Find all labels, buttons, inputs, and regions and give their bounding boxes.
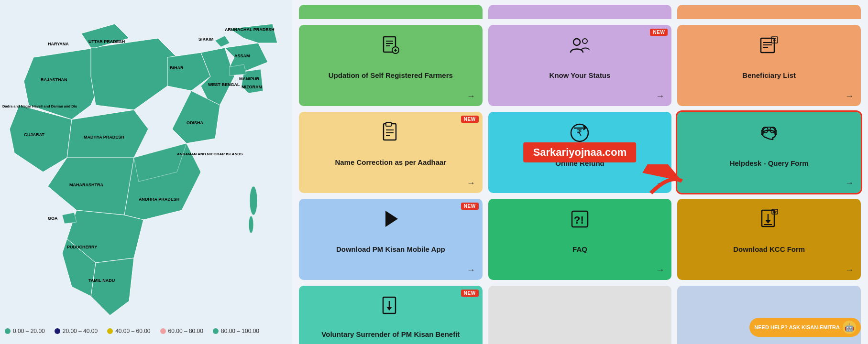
card-online-refund[interactable]: ₹ Online Refund → Sarkariyojnaa.com — [488, 112, 672, 193]
name-correction-icon — [380, 121, 401, 147]
svg-text:MAHARASHTRA: MAHARASHTRA — [69, 183, 103, 187]
svg-text:Dadra and Nagar Haveli and Dam: Dadra and Nagar Haveli and Daman and Diu — [2, 104, 77, 108]
svg-marker-14 — [62, 213, 77, 224]
svg-point-50 — [582, 39, 587, 43]
card-top-partial-2[interactable] — [488, 5, 672, 19]
svg-point-20 — [250, 186, 257, 215]
card-faq[interactable]: ?! FAQ → — [488, 199, 672, 280]
voluntary-title: Voluntary Surrender of PM Kisan Benefit — [321, 330, 460, 338]
card-beneficiary[interactable]: Beneficiary List → — [677, 25, 861, 106]
name-correction-new-badge: NEW — [461, 116, 479, 123]
svg-text:ASSAM: ASSAM — [234, 54, 250, 58]
card-top-partial-3[interactable] — [677, 5, 861, 19]
legend-label-1: 20.00 – 40.00 — [63, 328, 98, 334]
download-app-arrow: → — [467, 265, 475, 275]
kcc-icon — [758, 208, 780, 234]
legend-dot-4 — [213, 328, 219, 334]
updation-icon — [380, 34, 401, 60]
card-voluntary[interactable]: NEW Voluntary Surrender of PM Kisan Bene… — [299, 286, 483, 344]
need-help-label: NEED HELP? ASK KISAN-EMITRA — [754, 324, 840, 330]
know-status-new-badge: NEW — [650, 29, 668, 36]
bot-icon: 🤖 — [843, 321, 856, 334]
legend-item-2: 40.00 – 60.00 — [107, 328, 150, 334]
card-know-status[interactable]: NEW Know Your Status → — [488, 25, 672, 106]
svg-text:₹: ₹ — [577, 128, 582, 138]
updation-title: Updation of Self Registered Farmers — [329, 71, 453, 79]
svg-text:SIKKIM: SIKKIM — [198, 37, 214, 42]
faq-title: FAQ — [572, 245, 587, 253]
svg-text:MIZORAM: MIZORAM — [242, 85, 262, 89]
legend-label-4: 80.00 – 100.00 — [221, 328, 259, 334]
need-help-button[interactable]: NEED HELP? ASK KISAN-EMITRA 🤖 — [749, 318, 861, 337]
faq-arrow: → — [656, 265, 664, 275]
legend-label-3: 60.00 – 80.00 — [168, 328, 203, 334]
legend-item-3: 60.00 – 80.00 — [160, 328, 203, 334]
svg-text:GUJARAT: GUJARAT — [24, 132, 44, 137]
svg-text:GOA: GOA — [48, 216, 58, 221]
svg-text:MADHYA PRADESH: MADHYA PRADESH — [84, 135, 124, 140]
updation-arrow: → — [467, 91, 475, 101]
voluntary-new-badge: NEW — [461, 290, 479, 297]
legend-label-0: 0.00 – 20.00 — [13, 328, 45, 334]
know-status-icon — [568, 34, 591, 60]
faq-icon: ?! — [569, 208, 591, 234]
legend-dot-3 — [160, 328, 166, 334]
name-correction-arrow: → — [467, 178, 475, 188]
svg-text:WEST BENGAL: WEST BENGAL — [208, 82, 240, 87]
card-top-partial-1[interactable] — [299, 5, 483, 19]
map-panel: HARYANA RAJASTHAN UTTAR PRADESH SIKKIM A… — [0, 0, 292, 344]
svg-text:ANDAMAN AND NICOBAR ISLANDS: ANDAMAN AND NICOBAR ISLANDS — [177, 152, 243, 156]
svg-text:ODISHA: ODISHA — [187, 120, 204, 125]
svg-text:?!: ?! — [574, 214, 584, 226]
svg-marker-3 — [91, 38, 177, 110]
svg-marker-70 — [385, 211, 398, 227]
name-correction-title: Name Correction as per Aadhaar — [335, 158, 446, 166]
svg-text:MANIPUR: MANIPUR — [239, 76, 259, 81]
beneficiary-arrow: → — [845, 91, 854, 101]
map-legend: 0.00 – 20.00 20.00 – 40.00 40.00 – 60.00… — [5, 328, 259, 334]
helpdesk-arrow: → — [845, 178, 854, 188]
beneficiary-icon — [758, 34, 780, 60]
legend-label-2: 40.00 – 60.00 — [115, 328, 150, 334]
card-name-correction[interactable]: NEW Name Correction as per Aadhaar → — [299, 112, 483, 193]
legend-dot-2 — [107, 328, 113, 334]
online-refund-title: Online Refund — [555, 159, 604, 167]
card-partial-2[interactable] — [488, 286, 672, 344]
voluntary-icon — [380, 295, 401, 321]
svg-point-21 — [249, 216, 253, 233]
download-app-new-badge: NEW — [461, 203, 479, 210]
card-helpdesk[interactable]: Helpdesk - Query Form → — [677, 112, 861, 193]
legend-item-4: 80.00 – 100.00 — [213, 328, 259, 334]
helpdesk-title: Helpdesk - Query Form — [730, 159, 809, 167]
card-updation[interactable]: Updation of Self Registered Farmers → — [299, 25, 483, 106]
helpdesk-icon — [758, 121, 780, 149]
legend-dot-0 — [5, 328, 11, 334]
svg-text:UTTAR PRADESH: UTTAR PRADESH — [88, 39, 125, 44]
card-kcc[interactable]: Download KCC Form → — [677, 199, 861, 280]
svg-marker-75 — [765, 220, 771, 224]
svg-text:TAMIL NADU: TAMIL NADU — [88, 278, 115, 283]
online-refund-arrow: → — [656, 178, 664, 188]
legend-dot-1 — [55, 328, 60, 334]
svg-rect-59 — [386, 122, 391, 126]
svg-text:BIHAR: BIHAR — [170, 65, 184, 70]
know-status-arrow: → — [656, 91, 664, 101]
svg-marker-12 — [91, 258, 134, 315]
svg-text:ANDHRA PRADESH: ANDHRA PRADESH — [139, 197, 179, 202]
svg-text:RAJASTHAN: RAJASTHAN — [41, 77, 67, 82]
svg-text:ARUNACHAL PRADESH: ARUNACHAL PRADESH — [225, 27, 275, 32]
download-app-title: Download PM Kisan Mobile App — [336, 245, 445, 253]
svg-text:HARYANA: HARYANA — [48, 42, 69, 46]
download-app-icon — [380, 208, 401, 234]
svg-marker-16 — [215, 36, 230, 47]
svg-text:PUDUCHERRY: PUDUCHERRY — [67, 245, 97, 249]
svg-marker-82 — [386, 307, 392, 311]
legend-item-1: 20.00 – 40.00 — [55, 328, 98, 334]
svg-point-49 — [573, 39, 580, 45]
svg-marker-17 — [230, 24, 277, 43]
legend-item-0: 0.00 – 20.00 — [5, 328, 45, 334]
online-refund-icon: ₹ — [568, 121, 591, 149]
card-download-app[interactable]: NEW Download PM Kisan Mobile App → — [299, 199, 483, 280]
know-status-title: Know Your Status — [549, 71, 611, 79]
kcc-title: Download KCC Form — [733, 245, 805, 253]
